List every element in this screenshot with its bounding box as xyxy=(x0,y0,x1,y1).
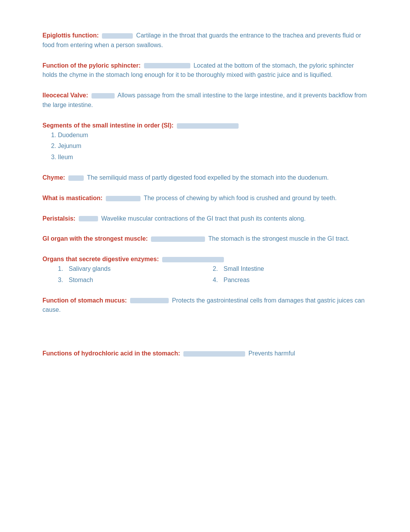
label-segments: Segments of the small intestine in order… xyxy=(42,122,174,129)
text-chyme: The semiliquid mass of partly digested f… xyxy=(87,174,329,181)
blank-gi-organ xyxy=(151,236,205,242)
blank-hydrochloric xyxy=(183,351,245,357)
text-ileocecal: Allows passage from the small intestine … xyxy=(42,92,367,108)
segments-list: Duodenum Jejunum Ileum xyxy=(58,131,368,162)
blank-organs xyxy=(162,257,224,262)
blank-ileocecal xyxy=(91,93,115,99)
section-stomach-mucus: Function of stomach mucus: Protects the … xyxy=(42,296,368,315)
list-item: 3. Stomach xyxy=(58,275,213,285)
label-ileocecal: Ileocecal Valve: xyxy=(42,92,88,99)
blank-peristalsis xyxy=(79,216,98,221)
label-gi-organ: GI organ with the strongest muscle: xyxy=(42,235,148,242)
blank-pyloric xyxy=(144,63,190,68)
section-gi-organ: GI organ with the strongest muscle: The … xyxy=(42,234,368,244)
blank-chyme xyxy=(68,175,84,181)
label-organs: Organs that secrete digestive enzymes: xyxy=(42,256,159,262)
blank-mastication xyxy=(106,196,141,201)
organs-list: 1. Salivary glands 2. Small Intestine 3.… xyxy=(58,264,368,285)
section-segments: Segments of the small intestine in order… xyxy=(42,121,368,162)
label-pyloric: Function of the pyloric sphincter: xyxy=(42,62,141,69)
section-peristalsis: Peristalsis: Wavelike muscular contracti… xyxy=(42,214,368,224)
label-peristalsis: Peristalsis: xyxy=(42,215,75,222)
list-item: 1. Salivary glands xyxy=(58,264,213,274)
label-mastication: What is mastication: xyxy=(42,195,103,201)
list-item: Duodenum xyxy=(58,131,368,140)
blank-epiglottis xyxy=(102,33,133,39)
section-chyme: Chyme: The semiliquid mass of partly dig… xyxy=(42,173,368,183)
label-chyme: Chyme: xyxy=(42,174,65,181)
blank-stomach-mucus xyxy=(130,298,169,303)
label-stomach-mucus: Function of stomach mucus: xyxy=(42,297,127,304)
label-epiglottis: Epiglottis function: xyxy=(42,32,99,39)
label-hydrochloric: Functions of hydrochloric acid in the st… xyxy=(42,350,180,357)
section-pyloric: Function of the pyloric sphincter: Locat… xyxy=(42,61,368,80)
blank-segments xyxy=(177,123,239,129)
list-item: Jejunum xyxy=(58,141,368,151)
section-mastication: What is mastication: The process of chew… xyxy=(42,194,368,203)
section-ileocecal: Ileocecal Valve: Allows passage from the… xyxy=(42,91,368,110)
list-item: 4. Pancreas xyxy=(213,275,368,285)
text-gi-organ: The stomach is the strongest muscle in t… xyxy=(208,235,349,242)
text-hydrochloric: Prevents harmful xyxy=(248,350,295,357)
text-mastication: The process of chewing by which food is … xyxy=(144,195,337,201)
section-organs: Organs that secrete digestive enzymes: 1… xyxy=(42,255,368,285)
section-hydrochloric: Functions of hydrochloric acid in the st… xyxy=(42,349,368,359)
spacer xyxy=(42,326,368,349)
text-peristalsis: Wavelike muscular contractions of the GI… xyxy=(101,215,305,222)
list-item: Ileum xyxy=(58,153,368,162)
page-content: Epiglottis function: Cartilage in the th… xyxy=(42,31,368,359)
list-item: 2. Small Intestine xyxy=(213,264,368,274)
section-epiglottis: Epiglottis function: Cartilage in the th… xyxy=(42,31,368,50)
